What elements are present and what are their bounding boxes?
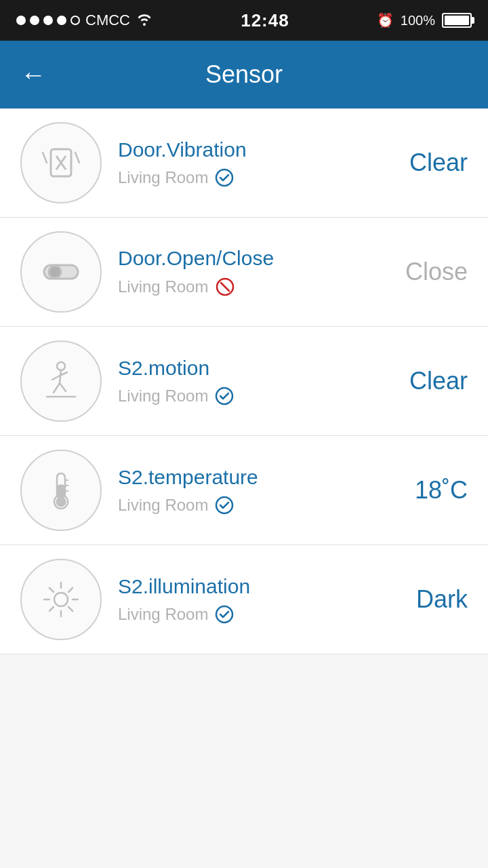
- page-title: Sensor: [60, 60, 428, 89]
- temperature-icon: [37, 467, 85, 514]
- svg-point-35: [216, 606, 232, 623]
- no-icon: [215, 277, 235, 297]
- signal-dots: [16, 16, 80, 25]
- s2-illumination-location: Living Room: [118, 605, 359, 624]
- s2-motion-room: Living Room: [118, 387, 208, 406]
- door-vibration-info: Door.Vibration Living Room: [102, 138, 359, 187]
- door-vibration-value: Clear: [359, 149, 468, 177]
- dot4: [57, 16, 66, 25]
- page-header: ← Sensor: [0, 41, 488, 108]
- svg-line-31: [49, 588, 54, 592]
- svg-line-14: [54, 383, 60, 393]
- s2-motion-value: Clear: [359, 367, 468, 395]
- status-bar: CMCC 12:48 ⏰ 100%: [0, 0, 488, 41]
- back-button[interactable]: ←: [20, 62, 46, 87]
- sensor-item-s2-temperature[interactable]: S2.temperature Living Room 18˚C: [0, 436, 488, 545]
- toggle-icon: [37, 248, 85, 296]
- svg-point-25: [216, 497, 232, 513]
- temperature-icon-wrap: [20, 450, 102, 531]
- s2-illumination-value: Dark: [359, 585, 468, 614]
- s2-temperature-name: S2.temperature: [118, 466, 359, 489]
- svg-line-33: [68, 588, 73, 592]
- s2-temperature-room: Living Room: [118, 496, 208, 515]
- door-vibration-room: Living Room: [118, 168, 208, 187]
- check-icon: [215, 168, 234, 187]
- sensor-item-s2-illumination[interactable]: S2.illumination Living Room Dark: [0, 545, 488, 654]
- door-open-close-room: Living Room: [118, 277, 208, 296]
- status-right: ⏰ 100%: [377, 12, 472, 28]
- door-open-close-value: Close: [359, 258, 468, 286]
- dot1: [16, 16, 26, 25]
- s2-motion-info: S2.motion Living Room: [102, 357, 359, 406]
- illumination-icon: [37, 576, 85, 623]
- s2-motion-name: S2.motion: [118, 357, 359, 380]
- status-left: CMCC: [16, 12, 153, 29]
- svg-line-32: [68, 607, 73, 611]
- s2-illumination-name: S2.illumination: [118, 575, 359, 598]
- dot3: [43, 16, 53, 25]
- illumination-icon-wrap: [20, 559, 102, 640]
- svg-point-5: [216, 170, 232, 186]
- alarm-icon: ⏰: [377, 12, 394, 28]
- status-time: 12:48: [241, 10, 289, 31]
- s2-temperature-info: S2.temperature Living Room: [102, 466, 359, 515]
- vibration-icon: [37, 139, 85, 186]
- svg-point-7: [49, 266, 61, 278]
- svg-line-15: [60, 383, 66, 391]
- battery-percent: 100%: [401, 13, 435, 28]
- dot2: [30, 16, 39, 25]
- toggle-icon-wrap: [20, 231, 102, 313]
- vibration-icon-wrap: [20, 122, 102, 203]
- svg-point-17: [216, 388, 232, 404]
- check-icon-motion: [215, 387, 234, 406]
- battery-fill: [445, 16, 469, 25]
- sensor-item-s2-motion[interactable]: S2.motion Living Room Clear: [0, 327, 488, 436]
- svg-line-9: [221, 283, 229, 291]
- svg-line-3: [43, 153, 47, 163]
- motion-icon: [37, 357, 85, 405]
- svg-point-10: [57, 362, 65, 370]
- s2-temperature-location: Living Room: [118, 496, 359, 515]
- s2-illumination-info: S2.illumination Living Room: [102, 575, 359, 624]
- svg-line-12: [52, 376, 60, 380]
- check-icon-illum: [215, 605, 234, 624]
- door-open-close-info: Door.Open/Close Living Room: [102, 247, 359, 297]
- sensor-item-door-vibration[interactable]: Door.Vibration Living Room Clear: [0, 108, 488, 218]
- svg-point-26: [54, 593, 68, 606]
- svg-point-21: [57, 498, 65, 506]
- wifi-icon: [136, 12, 153, 29]
- empty-area: [0, 654, 488, 865]
- s2-illumination-room: Living Room: [118, 605, 208, 624]
- door-vibration-location: Living Room: [118, 168, 359, 187]
- motion-icon-wrap: [20, 340, 102, 422]
- check-icon-temp: [215, 496, 234, 515]
- svg-line-34: [49, 607, 54, 611]
- battery-icon: [442, 13, 472, 28]
- sensor-item-door-open-close[interactable]: Door.Open/Close Living Room Close: [0, 218, 488, 327]
- door-vibration-name: Door.Vibration: [118, 138, 359, 161]
- carrier-label: CMCC: [85, 12, 130, 29]
- door-open-close-location: Living Room: [118, 277, 359, 297]
- s2-temperature-value: 18˚C: [359, 476, 468, 505]
- dot5: [70, 16, 80, 25]
- svg-line-11: [60, 370, 61, 383]
- sensor-list: Door.Vibration Living Room Clear Door.Op…: [0, 108, 488, 654]
- svg-line-4: [75, 153, 79, 163]
- s2-motion-location: Living Room: [118, 387, 359, 406]
- door-open-close-name: Door.Open/Close: [118, 247, 359, 270]
